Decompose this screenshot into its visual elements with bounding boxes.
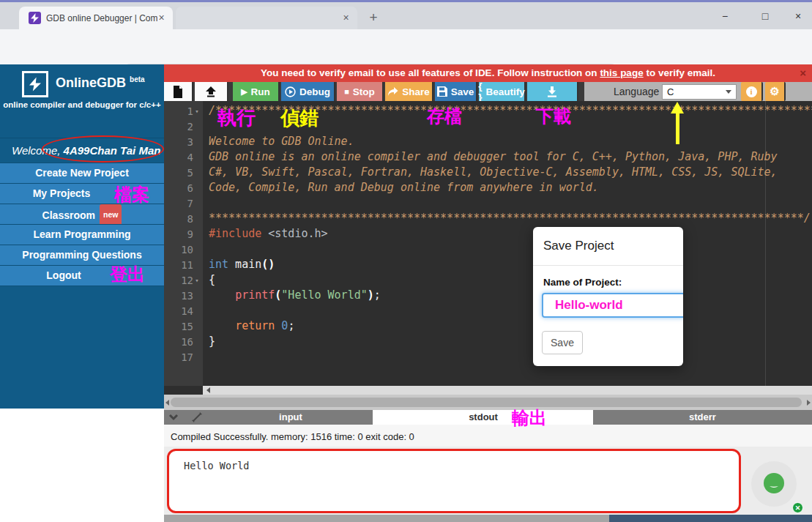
beautify-label: Beautify [486, 86, 525, 97]
panel-icons [168, 411, 202, 423]
bottom-strip-right [609, 515, 812, 522]
chat-widget-button[interactable] [751, 461, 797, 507]
save-button[interactable]: Save [435, 82, 477, 101]
download-button[interactable] [527, 82, 578, 101]
welcome-row: Welcome, 4A99Chan Tai Man [0, 138, 164, 163]
language-select[interactable]: C [662, 84, 737, 100]
chat-close-badge[interactable]: ✕ [792, 502, 803, 513]
sidebar-item-programming-questions[interactable]: Programming Questions [0, 245, 164, 265]
onlinegdb-favicon [29, 12, 41, 24]
code-line: /***************************************… [209, 103, 812, 119]
browser-window: GDB online Debugger | Compil × × + − □ ×… [0, 0, 812, 522]
modal-save-button[interactable]: Save [542, 331, 583, 354]
scrollbar-thumb[interactable] [171, 398, 802, 407]
code-line: return 0; [209, 318, 812, 334]
gear-icon: ⚙ [770, 85, 779, 98]
new-tab-button[interactable]: + [364, 9, 383, 28]
line-number: 4 [164, 149, 203, 165]
beta-tag: beta [130, 75, 145, 83]
io-panel-tabbar: input stdout stderr [164, 410, 812, 425]
code-line: Code, Compile, Run and Debug online from… [209, 180, 812, 195]
code-line [209, 303, 812, 318]
window-close-button[interactable]: × [787, 8, 809, 24]
tab-stderr[interactable]: stderr [593, 410, 812, 425]
settings-button[interactable]: ⚙ [765, 82, 786, 101]
open-project-button[interactable] [195, 82, 228, 101]
code-line: { [209, 272, 812, 288]
stop-label: Stop [353, 86, 375, 97]
beautify-button[interactable]: { } Beautify [479, 82, 526, 101]
scroll-left-arrow-icon[interactable] [206, 387, 210, 393]
brand-title: OnlineGDB beta [56, 75, 145, 91]
upload-arrow-icon [205, 86, 217, 97]
line-number: 10 [164, 242, 203, 257]
window-maximize-button[interactable]: □ [754, 8, 776, 24]
welcome-prefix: Welcome, [12, 144, 60, 157]
window-minimize-button[interactable]: − [714, 8, 736, 24]
stop-button[interactable]: ■ Stop [337, 82, 384, 101]
collapse-chevron-down-icon[interactable] [168, 411, 179, 423]
line-number: 13 [164, 288, 203, 303]
share-label: Share [402, 86, 430, 97]
tab-blank[interactable]: × [176, 7, 357, 29]
run-button[interactable]: ▶ Run [233, 82, 280, 101]
code-line [209, 195, 812, 211]
this-page-link[interactable]: this page [600, 67, 643, 78]
new-file-icon [173, 86, 183, 98]
line-number: 11 [164, 257, 203, 272]
tab-stdout[interactable]: stdout [373, 410, 593, 425]
page-horizontal-scrollbar[interactable] [164, 395, 812, 410]
share-button[interactable]: Share [385, 82, 433, 101]
line-number: 2 [164, 119, 203, 134]
brand-subtitle: online compiler and debugger for c/c++ [0, 100, 164, 109]
tab-close-icon[interactable]: × [155, 12, 168, 24]
code-line [209, 119, 812, 134]
scrollbar-right-arrow-icon[interactable] [807, 400, 811, 406]
expand-resize-icon[interactable] [192, 411, 202, 423]
line-number: 3 [164, 134, 203, 149]
modal-divider [533, 265, 683, 266]
sidebar-item-my-projects[interactable]: My Projects [0, 183, 164, 204]
bottom-strip-left [164, 515, 609, 522]
tab-input[interactable]: input [209, 410, 373, 425]
project-name-input[interactable] [542, 293, 683, 318]
beautify-braces-icon: { } [478, 81, 482, 102]
stdout-output-box[interactable]: Hello World [167, 449, 741, 513]
language-value: C [667, 86, 674, 97]
sidebar-item-learn-programming[interactable]: Learn Programming [0, 224, 164, 245]
sidebar-item-create-new-project[interactable]: Create New Project [0, 163, 164, 183]
line-number: 16 [164, 334, 203, 349]
code-line: GDB online is an online compiler and deb… [209, 149, 812, 165]
line-number: 5 [164, 165, 203, 180]
stop-square-icon: ■ [344, 87, 349, 96]
editor-code[interactable]: /***************************************… [209, 103, 812, 386]
onlinegdb-logo [22, 71, 48, 97]
scrollbar-left-arrow-icon[interactable] [165, 400, 169, 406]
sidebar-item-logout[interactable]: Logout [0, 265, 164, 286]
chat-bubble-icon [761, 471, 786, 496]
username: 4A99Chan Tai Man [64, 144, 161, 157]
code-line: C#, VB, Swift, Pascal, Fortran, Haskell,… [209, 165, 812, 180]
editor-horizontal-scrollbar[interactable] [203, 386, 812, 395]
sidebar-item-label: Learn Programming [33, 228, 130, 240]
line-number: 14 [164, 303, 203, 318]
banner-close-icon[interactable]: × [800, 67, 806, 78]
tab-title: GDB online Debugger | Compil [46, 13, 157, 23]
save-floppy-icon [437, 86, 447, 97]
code-editor[interactable]: 1▾23456789101112▾1314151617 /***********… [164, 101, 812, 395]
new-file-button[interactable] [164, 82, 193, 101]
tab-gdb-online[interactable]: GDB online Debugger | Compil × [19, 7, 173, 29]
language-label: Language [614, 86, 659, 97]
fold-caret-icon[interactable]: ▾ [193, 277, 201, 284]
line-number: 17 [164, 349, 203, 365]
tab2-close-icon[interactable]: × [340, 12, 352, 24]
brand-name: OnlineGDB [56, 75, 126, 90]
debug-button[interactable]: Debug [281, 82, 335, 101]
debug-label: Debug [299, 86, 330, 97]
fold-caret-icon[interactable]: ▾ [193, 108, 201, 115]
editor-gutter[interactable]: 1▾23456789101112▾1314151617 [164, 101, 203, 386]
sidebar-item-classroom[interactable]: Classroomnew [0, 204, 164, 224]
info-icon: i [746, 86, 757, 97]
info-button[interactable]: i [741, 82, 763, 101]
line-number: 7 [164, 195, 203, 211]
